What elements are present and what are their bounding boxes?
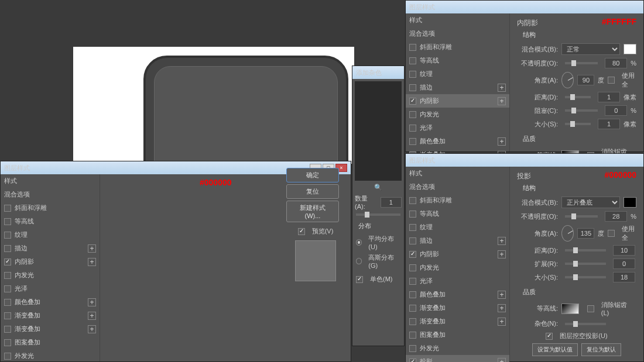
inner-glow-row[interactable]: 内发光 xyxy=(406,108,509,121)
color-annotation: #FFFFFF xyxy=(602,17,636,26)
opacity-slider[interactable] xyxy=(565,62,598,64)
styles-header: 样式 xyxy=(406,167,509,180)
color-swatch[interactable] xyxy=(624,197,636,208)
grad-overlay-row2[interactable]: 渐变叠加+ xyxy=(1,322,100,336)
color-annotation: #000000 xyxy=(200,178,232,187)
dist-header: 分布 xyxy=(352,219,404,232)
preview-check[interactable] xyxy=(298,228,305,235)
gauss-radio[interactable] xyxy=(356,258,362,264)
pat-overlay-row[interactable]: 图案叠加 xyxy=(1,336,100,349)
add-icon[interactable]: + xyxy=(498,84,506,92)
color-overlay-row[interactable]: 颜色叠加+ xyxy=(1,295,100,309)
blend-options[interactable]: 混合选项 xyxy=(1,188,100,201)
add-icon[interactable]: + xyxy=(498,137,506,146)
texture-row[interactable]: 纹理 xyxy=(406,220,509,234)
add-noise-dialog: 添加杂色 🔍 数量(A):1 分布 平均分布(U) 高斯分布(G) 单色(M) xyxy=(352,65,405,346)
add-icon[interactable]: + xyxy=(498,97,506,105)
contour-picker[interactable] xyxy=(561,304,579,314)
add-icon[interactable]: + xyxy=(88,258,96,266)
magnifier-icon[interactable]: 🔍 xyxy=(374,184,382,191)
pat-overlay-row[interactable]: 图案叠加 xyxy=(406,328,509,342)
color-swatch[interactable] xyxy=(624,44,636,54)
drop-shadow-row[interactable]: 投影+ xyxy=(406,355,509,362)
blend-select[interactable]: 正片叠底 xyxy=(561,196,620,208)
outer-glow-row[interactable]: 外发光 xyxy=(1,349,100,362)
inner-shadow-row[interactable]: 内阴影+ xyxy=(1,255,100,268)
add-icon[interactable]: + xyxy=(88,312,96,320)
angle-dial[interactable] xyxy=(561,72,574,88)
reset-default-button[interactable]: 复位为默认 xyxy=(581,343,621,356)
angle-input[interactable]: 90 xyxy=(577,75,594,85)
new-style-button[interactable]: 新建样式 (W)... xyxy=(286,201,339,222)
bevel-row[interactable]: 斜面和浮雕 xyxy=(1,201,100,215)
even-radio[interactable] xyxy=(356,239,362,246)
set-default-button[interactable]: 设置为默认值 xyxy=(532,343,578,356)
size-input[interactable]: 1 xyxy=(598,119,620,129)
texture-row[interactable]: 纹理 xyxy=(1,228,100,242)
add-icon[interactable]: + xyxy=(88,244,96,253)
mono-check[interactable] xyxy=(356,276,363,283)
bevel-row[interactable]: 斜面和浮雕 xyxy=(406,40,509,54)
color-overlay-row[interactable]: 颜色叠加+ xyxy=(406,135,509,148)
contour-row[interactable]: 等高线 xyxy=(406,54,509,67)
inner-glow-row[interactable]: 内发光 xyxy=(1,268,100,282)
dist-input[interactable]: 10 xyxy=(613,245,635,256)
spread-input[interactable]: 0 xyxy=(613,258,635,269)
add-icon[interactable]: + xyxy=(498,358,506,363)
inner-glow-row[interactable]: 内发光 xyxy=(406,261,509,274)
opacity-input[interactable]: 80 xyxy=(605,58,627,68)
add-icon[interactable]: + xyxy=(498,318,506,326)
choke-input[interactable]: 0 xyxy=(605,105,627,116)
dialog-title: 图层样式 xyxy=(409,3,435,12)
inner-shadow-row[interactable]: 内阴影+ xyxy=(406,247,509,261)
preview-swatch xyxy=(295,240,336,281)
layer-style-dialog-topright: 图层样式 样式 混合选项 斜面和浮雕 等高线 纹理 描边+ 内阴影+ 内发光 光… xyxy=(405,0,644,152)
color-overlay-row[interactable]: 颜色叠加+ xyxy=(406,288,509,301)
satin-row[interactable]: 光泽 xyxy=(406,121,509,135)
color-annotation: #000000 xyxy=(604,170,636,180)
contour-row[interactable]: 等高线 xyxy=(406,207,509,220)
contour-row[interactable]: 等高线 xyxy=(1,215,100,228)
stroke-row[interactable]: 描边+ xyxy=(1,242,100,255)
qty-slider[interactable] xyxy=(356,213,400,216)
angle-input[interactable]: 135 xyxy=(577,228,594,239)
add-icon[interactable]: + xyxy=(498,237,506,245)
opacity-input[interactable]: 28 xyxy=(605,211,627,222)
blend-select[interactable]: 正常 xyxy=(561,43,620,55)
size-input[interactable]: 18 xyxy=(613,272,635,282)
knockout-check[interactable] xyxy=(546,333,553,340)
style-list: 样式 混合选项 斜面和浮雕 等高线 纹理 描边+ 内阴影+ 内发光 光泽 颜色叠… xyxy=(406,167,510,361)
stroke-row[interactable]: 描边+ xyxy=(406,81,509,94)
dialog-title: 图层样式 xyxy=(409,156,435,165)
titlebar[interactable]: 添加杂色 xyxy=(352,66,404,79)
grad-overlay-row[interactable]: 渐变叠加+ xyxy=(406,301,509,315)
style-list: 样式 混合选项 斜面和浮雕 等高线 纹理 描边+ 内阴影+ 内发光 光泽 颜色叠… xyxy=(406,13,510,151)
add-icon[interactable]: + xyxy=(88,325,96,333)
add-icon[interactable]: + xyxy=(498,250,506,258)
satin-row[interactable]: 光泽 xyxy=(406,274,509,288)
inner-shadow-row[interactable]: 内阴影+ xyxy=(406,94,509,108)
titlebar[interactable]: 图层样式 xyxy=(406,1,643,13)
ok-button[interactable]: 确定 xyxy=(286,168,339,182)
style-list: 样式 混合选项 斜面和浮雕 等高线 纹理 描边+ 内阴影+ 内发光 光泽 颜色叠… xyxy=(1,174,100,361)
grad-overlay-row2[interactable]: 渐变叠加+ xyxy=(406,315,509,328)
add-icon[interactable]: + xyxy=(498,304,506,312)
grad-overlay-row[interactable]: 渐变叠加+ xyxy=(1,309,100,322)
satin-row[interactable]: 光泽 xyxy=(1,282,100,295)
qty-label: 数量(A): xyxy=(355,194,377,210)
blend-options[interactable]: 混合选项 xyxy=(406,180,509,194)
titlebar[interactable]: 图层样式 xyxy=(406,154,643,167)
add-icon[interactable]: + xyxy=(498,291,506,299)
cancel-button[interactable]: 复位 xyxy=(286,184,339,199)
qty-input[interactable]: 1 xyxy=(381,197,402,208)
angle-dial[interactable] xyxy=(561,225,574,242)
dist-input[interactable]: 1 xyxy=(598,92,620,102)
bevel-row[interactable]: 斜面和浮雕 xyxy=(406,194,509,207)
add-icon[interactable]: + xyxy=(88,298,96,306)
outer-glow-row[interactable]: 外发光 xyxy=(406,342,509,355)
button-column: 确定 复位 新建样式 (W)... 预览(V) xyxy=(286,166,345,286)
texture-row[interactable]: 纹理 xyxy=(406,67,509,81)
blend-options[interactable]: 混合选项 xyxy=(406,27,509,40)
stroke-row[interactable]: 描边+ xyxy=(406,234,509,247)
struct-header: 结构 xyxy=(517,28,636,40)
